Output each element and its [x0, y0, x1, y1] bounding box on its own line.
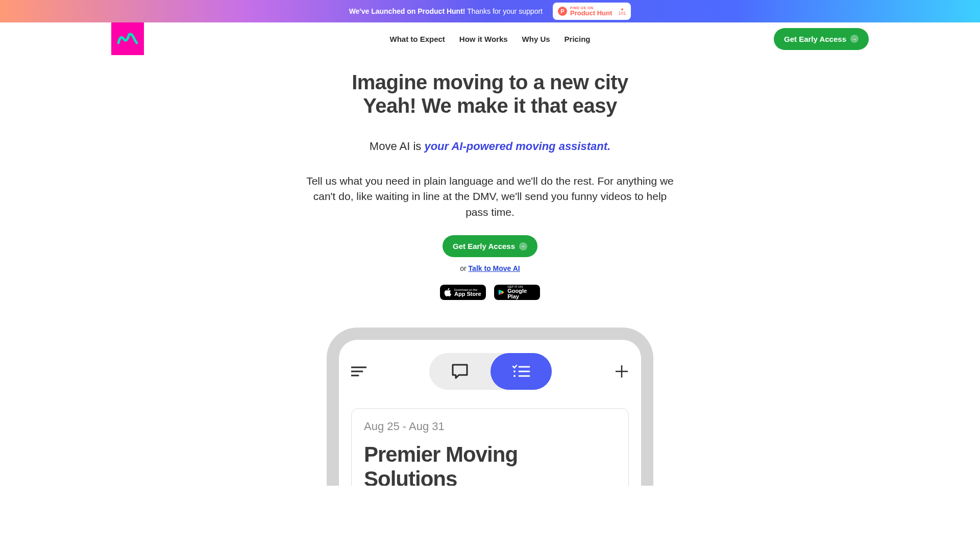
card-date-range: Aug 25 - Aug 31 [364, 420, 616, 433]
chat-view-toggle[interactable] [429, 353, 491, 390]
hero-subhead: Move AI is your AI-powered moving assist… [0, 140, 980, 153]
hero-headline: Imagine moving to a new city Yeah! We ma… [0, 70, 980, 117]
google-play-big: Google Play [507, 288, 536, 299]
app-store-big: App Store [454, 291, 481, 297]
phone-top-bar [339, 340, 641, 390]
main-nav: What to Expect How it Works Why Us Prici… [390, 35, 591, 43]
product-hunt-text: FIND US ON Product Hunt [570, 6, 612, 16]
banner-text: We've Launched on Product Hunt! Thanks f… [349, 7, 543, 15]
phone-mockup: Aug 25 - Aug 31 Premier Moving Solutions… [327, 328, 653, 486]
banner-text-rest: Thanks for your support [467, 7, 543, 15]
announcement-banner: We've Launched on Product Hunt! Thanks f… [0, 0, 980, 22]
hamburger-icon[interactable] [351, 366, 366, 377]
google-play-icon [498, 289, 504, 296]
app-store-badge[interactable]: Download on the App Store [440, 285, 486, 300]
site-header: What to Expect How it Works Why Us Prici… [0, 22, 980, 55]
banner-text-bold: We've Launched on Product Hunt! [349, 7, 465, 15]
chat-icon [451, 363, 469, 380]
card-title: Premier Moving Solutions [364, 442, 616, 486]
logo-icon [117, 33, 138, 45]
logo[interactable] [111, 22, 144, 55]
talk-to-move-ai-link[interactable]: Talk to Move AI [469, 264, 520, 272]
hero-cta-button[interactable]: Get Early Access → [443, 235, 537, 257]
subhead-prefix: Move AI is [370, 140, 425, 153]
headline-line2: Yeah! We make it that easy [363, 94, 617, 117]
hero-description: Tell us what you need in plain language … [306, 173, 674, 220]
nav-why-us[interactable]: Why Us [522, 35, 550, 43]
hero-cta-label: Get Early Access [453, 242, 515, 251]
hero-section: Imagine moving to a new city Yeah! We ma… [0, 55, 980, 486]
or-text: or [460, 264, 468, 272]
arrow-right-icon: → [519, 242, 527, 251]
apple-icon [444, 288, 451, 296]
hero-or-line: or Talk to Move AI [0, 264, 980, 272]
arrow-right-icon: → [850, 35, 859, 43]
nav-pricing[interactable]: Pricing [565, 35, 591, 43]
product-hunt-icon: P [558, 7, 567, 16]
upvote-count: 101 [618, 11, 626, 16]
plus-icon[interactable] [615, 364, 629, 379]
task-card[interactable]: Aug 25 - Aug 31 Premier Moving Solutions… [351, 408, 629, 486]
nav-how-it-works[interactable]: How it Works [459, 35, 508, 43]
list-view-toggle[interactable] [491, 353, 552, 390]
product-hunt-badge[interactable]: P FIND US ON Product Hunt ▲ 101 [553, 3, 631, 20]
nav-what-to-expect[interactable]: What to Expect [390, 35, 445, 43]
google-play-text: GET IT ON Google Play [507, 285, 536, 299]
app-store-text: Download on the App Store [454, 288, 481, 297]
product-hunt-upvotes: ▲ 101 [618, 7, 626, 16]
header-cta-button[interactable]: Get Early Access → [774, 28, 869, 50]
checklist-icon [512, 364, 530, 379]
header-cta-label: Get Early Access [784, 35, 846, 43]
store-badges: Download on the App Store GET IT ON Goog… [0, 285, 980, 300]
subhead-highlight: your AI-powered moving assistant. [424, 140, 610, 153]
headline-line1: Imagine moving to a new city [352, 71, 628, 93]
google-play-badge[interactable]: GET IT ON Google Play [494, 285, 540, 300]
view-toggle [429, 353, 552, 390]
product-hunt-name: Product Hunt [570, 10, 612, 16]
svg-point-5 [513, 370, 516, 372]
svg-point-7 [513, 375, 516, 377]
